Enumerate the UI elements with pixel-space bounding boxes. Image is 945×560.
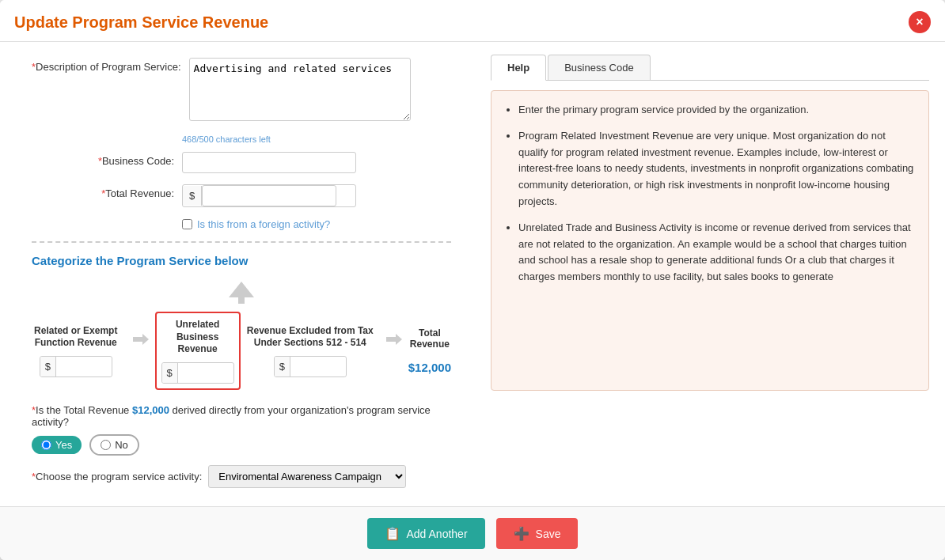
radio-no-btn[interactable]: No [89,434,139,456]
categorize-title: Categorize the Program Service below [32,254,451,267]
save-label: Save [536,528,561,540]
related-header: Related or Exempt Function Revenue [32,312,120,350]
description-group: *Description of Program Service: Adverti… [32,58,451,123]
excluded-symbol: $ [275,357,290,376]
related-symbol: $ [40,357,56,376]
unrelated-input[interactable]: 10000 [178,363,233,383]
help-item-1: Enter the primary program service provid… [518,102,916,119]
svg-marker-0 [229,282,254,297]
total-revenue-label: *Total Revenue: [32,184,182,199]
tab-business-code[interactable]: Business Code [548,55,650,80]
total-col: Total Revenue $12,000 [408,312,451,374]
tab-bar: Help Business Code [491,55,929,81]
radio-yes-btn[interactable]: Yes [32,436,82,454]
description-label: *Description of Program Service: [32,58,189,73]
total-revenue-group: *Total Revenue: $ 12000 [32,184,451,207]
modal-footer: 📋 Add Another ➕ Save [0,506,945,560]
radio-group: Yes No [32,434,139,456]
help-item-2: Program Related Investment Revenue are v… [518,128,916,210]
left-panel: *Description of Program Service: Adverti… [0,42,475,506]
save-icon: ➕ [514,526,529,541]
arrow-right-2 [380,334,408,345]
excluded-col: Revenue Excluded from Tax Under Sections… [247,312,374,377]
total-revenue-input[interactable]: 12000 [202,185,336,206]
total-value: $12,000 [408,356,451,374]
related-input[interactable]: 2000 [56,357,112,376]
related-col: Related or Exempt Function Revenue $ 200… [32,312,120,377]
total-revenue-currency-group: $ 12000 [182,184,356,207]
help-content: Enter the primary program service provid… [491,90,929,391]
question-highlight: $12,000 [132,404,169,416]
program-service-select[interactable]: Enviromental Awareness Campaign Option 2… [208,465,406,488]
excluded-header: Revenue Excluded from Tax Under Sections… [247,312,374,350]
unrelated-symbol: $ [162,363,178,383]
question-text: *Is the Total Revenue $12,000 derived di… [32,404,451,428]
excluded-input-group: $ 0 [274,356,347,377]
foreign-checkbox-group: Is this from a foreign activity? [182,218,451,230]
modal-title: Update Program Service Revenue [14,13,268,32]
radio-no-input[interactable] [101,440,111,450]
radio-no-label: No [89,434,139,456]
arrow-up-icon [226,280,257,304]
char-count: 468/500 characters left [182,134,451,144]
svg-marker-3 [386,334,402,345]
add-another-button[interactable]: 📋 Add Another [367,518,485,549]
help-item-3: Unrelated Trade and Business Activity is… [518,220,916,286]
business-code-label: *Business Code: [32,152,182,167]
unrelated-input-group: $ 10000 [161,362,234,384]
save-button[interactable]: ➕ Save [496,518,579,549]
total-revenue-symbol: $ [183,186,202,206]
svg-rect-1 [238,297,245,304]
right-panel: Help Business Code Enter the primary pro… [475,42,945,506]
radio-yes-label: Yes [32,436,82,454]
business-code-group: *Business Code: 541800 [32,152,451,173]
arrow-right-1 [127,334,155,345]
unrelated-header: Unrelated Business Revenue [161,318,234,356]
help-list: Enter the primary program service provid… [504,102,916,286]
revenue-columns: Related or Exempt Function Revenue $ 200… [32,312,451,390]
unrelated-col: Unrelated Business Revenue $ 10000 [155,312,241,390]
foreign-label: Is this from a foreign activity? [197,218,330,230]
business-code-input[interactable]: 541800 [182,152,356,173]
modal: Update Program Service Revenue × *Descri… [0,0,945,560]
foreign-checkbox[interactable] [182,219,192,229]
excluded-input[interactable]: 0 [290,357,346,376]
total-col-header: Total Revenue [408,312,451,350]
arrow-up-container [32,280,451,304]
add-another-icon: 📋 [385,526,400,541]
description-textarea[interactable]: Advertising and related services [189,58,411,121]
categorize-section: Categorize the Program Service below Rel… [32,241,451,390]
svg-marker-2 [133,334,149,345]
choose-row: *Choose the program service activity: En… [32,465,451,488]
related-input-group: $ 2000 [40,356,112,377]
modal-body: *Description of Program Service: Adverti… [0,42,945,506]
modal-header: Update Program Service Revenue × [0,0,945,42]
question-row: *Is the Total Revenue $12,000 derived di… [32,404,451,456]
choose-label: *Choose the program service activity: [32,471,202,482]
tab-help[interactable]: Help [491,55,546,81]
radio-yes-input[interactable] [41,440,51,450]
close-button[interactable]: × [909,11,931,33]
add-another-label: Add Another [407,528,468,540]
